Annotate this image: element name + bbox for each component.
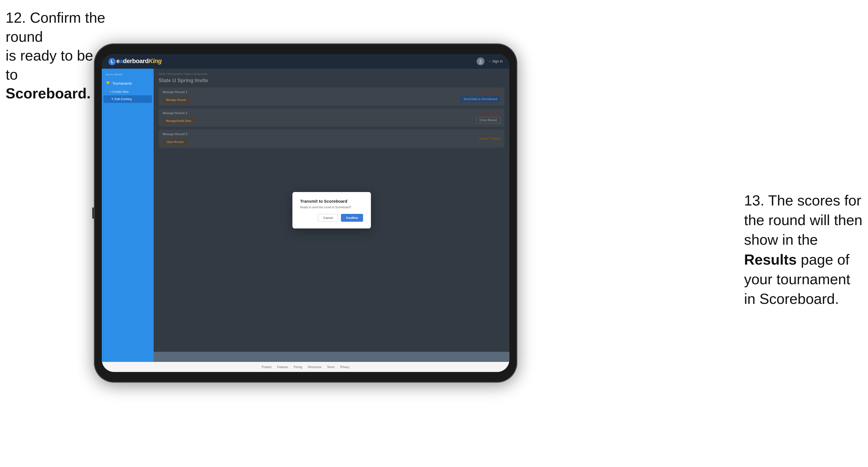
user-avatar	[476, 58, 485, 65]
footer-link-terms[interactable]: Terms	[327, 366, 335, 369]
logo-area: LeaderboardKing	[108, 58, 162, 65]
tablet-screen: LeaderboardKing → Sign In MAIN MENU 🏆	[102, 54, 509, 372]
sidebar-item-tournaments[interactable]: 🏆 Tournaments	[102, 79, 154, 88]
app-footer: Product Features Pricing Resources Terms…	[102, 362, 509, 372]
svg-point-2	[479, 60, 482, 62]
main-layout: MAIN MENU 🏆 Tournaments + Create New ✎ E…	[102, 69, 509, 362]
main-menu-label: MAIN MENU	[102, 73, 154, 76]
trophy-icon: 🏆	[106, 81, 110, 86]
sidebar-tournaments-label: Tournaments	[113, 82, 132, 86]
footer-link-product[interactable]: Product	[262, 366, 271, 369]
tablet-side-button	[92, 208, 94, 219]
tablet-device: LeaderboardKing → Sign In MAIN MENU 🏆	[94, 43, 517, 383]
annotation-right: 13. The scores forthe round will thensho…	[744, 191, 862, 309]
sign-in-button[interactable]: → Sign In	[488, 59, 503, 63]
footer-link-pricing[interactable]: Pricing	[294, 366, 303, 369]
footer-link-resources[interactable]: Resources	[308, 366, 321, 369]
modal-subtitle: Ready to send this round to Scoreboard?	[300, 206, 363, 209]
logo-icon: L	[108, 58, 116, 65]
content-area: Home / Tournaments / State U Spring Invi…	[154, 69, 509, 362]
top-nav: LeaderboardKing → Sign In	[102, 54, 509, 69]
sidebar-item-create-new[interactable]: + Create New	[102, 88, 154, 95]
sidebar-item-edit-existing[interactable]: ✎ Edit Existing	[103, 95, 152, 103]
modal-cancel-button[interactable]: Cancel	[318, 214, 338, 222]
app-container: LeaderboardKing → Sign In MAIN MENU 🏆	[102, 54, 509, 372]
footer-link-privacy[interactable]: Privacy	[340, 366, 349, 369]
modal-confirm-button[interactable]: Confirm	[341, 214, 363, 222]
modal-buttons: Cancel Confirm	[300, 214, 363, 222]
logo-text: LeaderboardKing	[108, 58, 162, 65]
nav-right: → Sign In	[476, 58, 503, 65]
modal-overlay: Transmit to Scoreboard Ready to send thi…	[154, 69, 509, 352]
svg-point-3	[479, 62, 482, 64]
sidebar-edit-existing-label: ✎ Edit Existing	[111, 97, 132, 101]
annotation-right-text: 13. The scores forthe round will thensho…	[744, 192, 862, 307]
sidebar: MAIN MENU 🏆 Tournaments + Create New ✎ E…	[102, 69, 154, 362]
modal-title: Transmit to Scoreboard	[300, 199, 363, 204]
modal-dialog: Transmit to Scoreboard Ready to send thi…	[292, 192, 371, 228]
sidebar-create-new-label: + Create New	[110, 90, 129, 93]
footer-link-features[interactable]: Features	[277, 366, 288, 369]
